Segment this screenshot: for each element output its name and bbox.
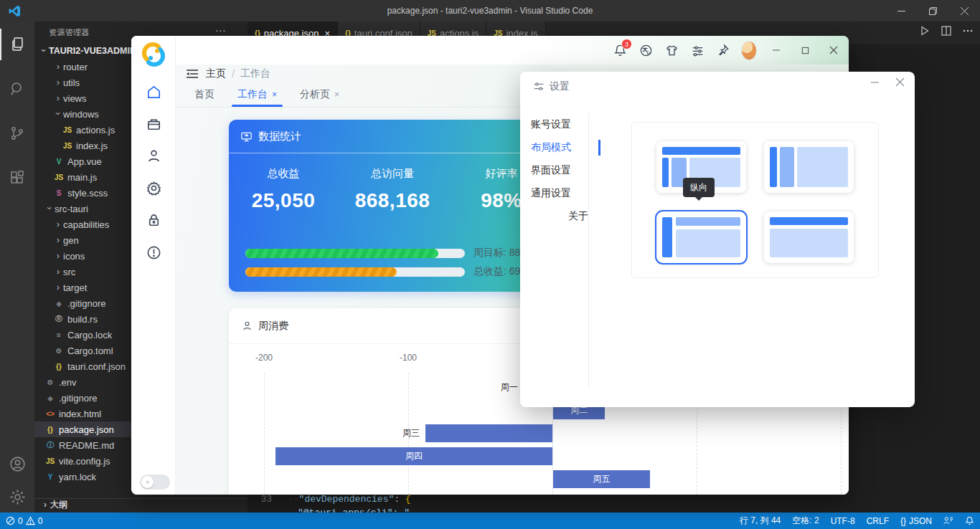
html-file-icon: <> (44, 410, 56, 418)
indentation[interactable]: 空格: 2 (792, 515, 819, 527)
chevron-right-icon: › (53, 234, 63, 245)
git-file-icon: ◆ (44, 394, 56, 402)
collapse-menu-icon[interactable] (186, 68, 199, 80)
home-icon[interactable] (144, 82, 163, 101)
settings-menu-账号设置[interactable]: 账号设置 (531, 113, 588, 136)
sun-icon: ☀ (141, 476, 154, 488)
encoding[interactable]: UTF-8 (831, 516, 855, 526)
chevron-right-icon: › (53, 92, 63, 103)
search-icon[interactable] (0, 73, 34, 105)
activity-bar (0, 22, 34, 513)
settings-menu-通用设置[interactable]: 通用设置 (531, 182, 588, 205)
language-mode[interactable]: {}JSON (900, 516, 932, 526)
board-icon (240, 130, 253, 143)
file-name: src (63, 267, 75, 277)
md-file-icon: ⓘ (44, 440, 56, 450)
eol-sequence[interactable]: CRLF (867, 516, 889, 526)
settings-menu-界面设置[interactable]: 界面设置 (531, 159, 588, 182)
errors-indicator[interactable]: 0 (6, 516, 23, 526)
person-icon (242, 320, 253, 331)
workbench-icon[interactable] (144, 115, 163, 133)
app-tab-工作台[interactable]: 工作台× (226, 82, 288, 107)
warnings-indicator[interactable]: 0 (26, 516, 43, 526)
js-file-icon: JS (44, 457, 56, 465)
settings-menu-布局模式[interactable]: 布局模式 (531, 136, 588, 159)
dark-mode-toggle[interactable]: ☀ (140, 475, 170, 490)
feedback-icon[interactable] (943, 516, 953, 525)
close-icon[interactable]: × (334, 90, 339, 100)
more-actions-icon[interactable] (963, 29, 973, 32)
vscode-titlebar: package.json - tauri2-vue3admin - Visual… (0, 0, 980, 22)
window-title: package.json - tauri2-vue3admin - Visual… (0, 6, 980, 16)
chevron-right-icon: › (53, 266, 63, 277)
chevron-right-icon: › (53, 61, 63, 72)
file-name: index.js (76, 140, 108, 151)
app-tab-首页[interactable]: 首页 (183, 82, 226, 107)
js-file-icon: JS (53, 173, 65, 181)
bar-label: 周一 (481, 378, 518, 396)
settings-menu: 账号设置布局模式界面设置通用设置关于 (531, 113, 588, 228)
file-name: package.json (59, 424, 114, 435)
file-name: windows (63, 109, 99, 120)
cursor-position[interactable]: 行 7, 列 44 (740, 515, 781, 527)
git-file-icon: ◆ (53, 300, 65, 308)
settings-minimize-button[interactable] (870, 77, 880, 87)
file-name: main.js (67, 172, 97, 183)
stat-value: 868,168 (338, 189, 447, 212)
vscode-restore-button[interactable] (917, 0, 948, 22)
source-control-icon[interactable] (0, 118, 34, 149)
stat-总收益: 总收益 25,050 (229, 167, 338, 212)
bar-周五: 周五 (553, 470, 650, 488)
json-file-icon: {} (53, 363, 65, 371)
vscode-minimize-button[interactable] (885, 0, 917, 22)
file-name: tauri.conf.json (67, 361, 126, 372)
vscode-close-button[interactable] (948, 0, 980, 22)
file-name: icons (63, 251, 85, 262)
sliders-icon (533, 81, 545, 92)
close-icon[interactable]: × (272, 90, 277, 100)
layout-option-horizontal[interactable] (764, 211, 854, 263)
lock-file-icon: ≡ (53, 331, 65, 339)
chevron-right-icon: › (53, 219, 63, 229)
explorer-icon[interactable] (0, 29, 34, 60)
notifications-bell-icon[interactable] (965, 516, 974, 525)
settings-title: 设置 (550, 80, 570, 93)
toml-file-icon: ⚙ (53, 347, 65, 355)
settings-close-button[interactable] (895, 77, 905, 87)
breadcrumb-item[interactable]: 主页 (206, 67, 226, 80)
accounts-icon[interactable] (0, 448, 34, 480)
stat-总访问量: 总访问量 868,168 (338, 167, 447, 212)
breadcrumb-item[interactable]: 工作台 (240, 67, 270, 80)
run-icon[interactable] (920, 26, 930, 36)
file-name: App.vue (67, 156, 102, 167)
json-file-icon: {} (44, 426, 56, 434)
explorer-more-actions-icon[interactable]: ··· (215, 24, 226, 36)
settings-gear-icon[interactable] (0, 481, 34, 513)
settings-icon[interactable] (144, 178, 163, 197)
outline-section[interactable]: › 大纲 (34, 498, 248, 511)
split-editor-icon[interactable] (941, 26, 951, 36)
file-name: actions.js (76, 125, 115, 135)
breadcrumb-separator: / (232, 68, 235, 80)
file-name: .gitignore (59, 393, 97, 404)
rust-file-icon: Ⓡ (53, 314, 65, 324)
x-tick-label: -100 (387, 353, 430, 363)
yarn-file-icon: Y (44, 473, 56, 481)
editor-toolbar (920, 26, 973, 36)
file-name: target (63, 282, 87, 293)
x-tick-label: -200 (242, 353, 286, 363)
file-name: build.rs (67, 314, 98, 325)
chart-card-title: 周消费 (258, 320, 288, 333)
layout-option-columns[interactable] (764, 141, 854, 193)
layout-option-vertical[interactable] (656, 211, 746, 263)
stat-value: 25,050 (229, 189, 338, 212)
file-name: Cargo.toml (67, 345, 113, 356)
profile-icon[interactable] (144, 146, 163, 165)
file-name: src-tauri (55, 204, 88, 214)
settings-menu-关于[interactable]: 关于 (531, 205, 588, 228)
app-tab-分析页[interactable]: 分析页× (288, 82, 351, 107)
lock-icon[interactable] (144, 211, 163, 229)
file-name: capabilities (63, 219, 109, 230)
extensions-icon[interactable] (0, 162, 34, 194)
about-icon[interactable] (144, 243, 163, 262)
